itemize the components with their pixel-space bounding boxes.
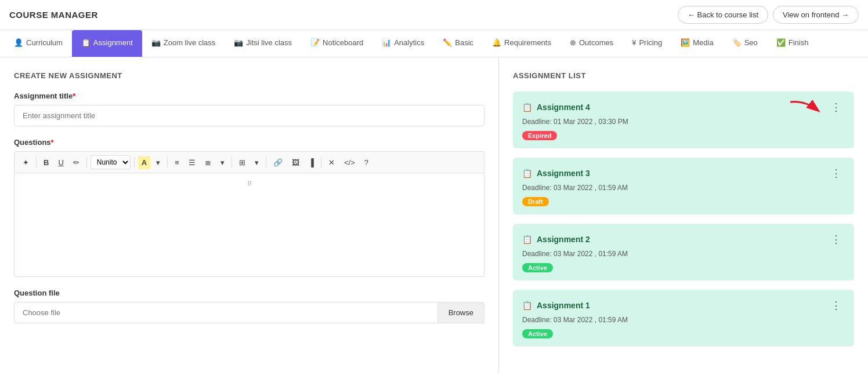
font-select[interactable]: Nunito xyxy=(91,155,131,169)
assignment-1-badge: Active xyxy=(522,329,553,338)
tab-basic[interactable]: ✏️ Basic xyxy=(433,30,483,57)
toolbar-color-btn[interactable]: A xyxy=(138,156,150,169)
tab-finish[interactable]: ✅ Finish xyxy=(767,30,818,57)
tab-jitsi[interactable]: 📷 Jitsi live class xyxy=(225,30,301,57)
toolbar-table-btn[interactable]: ⊞ xyxy=(236,156,249,169)
assignment-4-wrapper: 📋 Assignment 4 ⋮ Deadline: 01 Mar 2022 ,… xyxy=(513,92,854,148)
toolbar-sep-7 xyxy=(321,157,321,167)
toolbar-sep-4 xyxy=(167,157,168,167)
assignment-card-1: 📋 Assignment 1 ⋮ Deadline: 03 Mar 2022 ,… xyxy=(513,290,854,347)
toolbar-pen-btn[interactable]: ✏ xyxy=(70,156,83,169)
assignment-4-icon: 📋 xyxy=(522,103,532,112)
assignment-2-menu-btn[interactable]: ⋮ xyxy=(827,232,845,247)
assignment-4-menu-btn[interactable]: ⋮ xyxy=(827,100,845,115)
tab-assignment[interactable]: 📋 Assignment xyxy=(72,30,142,57)
tab-seo[interactable]: 🏷️ Seo xyxy=(723,30,767,57)
toolbar-sep-6 xyxy=(266,157,266,167)
assignment-1-header: 📋 Assignment 1 ⋮ xyxy=(522,298,845,313)
toolbar-image-btn[interactable]: 🖼 xyxy=(288,156,303,169)
file-input[interactable] xyxy=(14,302,437,323)
toolbar-table-dropdown-btn[interactable]: ▾ xyxy=(251,156,262,169)
tab-zoom[interactable]: 📷 Zoom live class xyxy=(142,30,225,57)
toolbar-color-dropdown-btn[interactable]: ▾ xyxy=(153,156,164,169)
title-input[interactable] xyxy=(14,105,484,126)
assignment-2-title: 📋 Assignment 2 xyxy=(522,235,590,244)
toolbar-ordered-list-btn[interactable]: ☰ xyxy=(185,156,199,169)
assignment-2-header: 📋 Assignment 2 ⋮ xyxy=(522,232,845,247)
toolbar-underline-btn[interactable]: U xyxy=(55,156,67,169)
app-title: COURSE MANAGER xyxy=(9,10,98,20)
main-content: CREATE NEW ASSIGNMENT Assignment title* … xyxy=(0,57,868,373)
assignment-card-4: 📋 Assignment 4 ⋮ Deadline: 01 Mar 2022 ,… xyxy=(513,92,854,148)
assignment-1-deadline: Deadline: 03 Mar 2022 , 01:59 AM xyxy=(522,316,845,324)
tab-requirements[interactable]: 🔔 Requirements xyxy=(483,30,560,57)
assignment-2-badge: Active xyxy=(522,263,553,272)
assignment-3-badge: Draft xyxy=(522,197,549,206)
tab-curriculum[interactable]: 👤 Curriculum xyxy=(5,30,72,57)
nav-tabs: 👤 Curriculum 📋 Assignment 📷 Zoom live cl… xyxy=(0,30,868,57)
jitsi-icon: 📷 xyxy=(234,38,243,47)
assignment-4-deadline: Deadline: 01 Mar 2022 , 03:30 PM xyxy=(522,118,845,126)
tab-pricing[interactable]: ¥ Pricing xyxy=(623,30,671,57)
assignment-list-panel: ASSIGNMENT LIST 📋 Assignment 4 ⋮ xyxy=(499,57,868,373)
analytics-icon: 📊 xyxy=(382,38,391,47)
header-actions: ← Back to course list View on frontend → xyxy=(678,6,859,24)
toolbar-magic-btn[interactable]: ✦ xyxy=(19,156,32,169)
questions-group: Questions* ✦ B U ✏ Nunito A ▾ ≡ ☰ ≣ xyxy=(14,138,484,277)
toolbar-bold-btn[interactable]: B xyxy=(40,156,52,169)
header: COURSE MANAGER ← Back to course list Vie… xyxy=(0,0,868,30)
assignment-card-3: 📋 Assignment 3 ⋮ Deadline: 03 Mar 2022 ,… xyxy=(513,158,854,214)
tab-analytics[interactable]: 📊 Analytics xyxy=(372,30,433,57)
assignment-icon: 📋 xyxy=(81,38,91,47)
basic-icon: ✏️ xyxy=(443,38,452,47)
assignment-2-deadline: Deadline: 03 Mar 2022 , 01:59 AM xyxy=(522,250,845,258)
editor-resize-handle[interactable]: ⠿ xyxy=(19,178,479,190)
media-icon: 🖼️ xyxy=(681,38,690,47)
curriculum-icon: 👤 xyxy=(14,38,23,47)
questions-editor[interactable]: ⠿ xyxy=(14,173,484,277)
toolbar-sep-3 xyxy=(134,157,135,167)
assignment-1-icon: 📋 xyxy=(522,301,532,310)
file-browse-btn[interactable]: Browse xyxy=(437,302,484,323)
question-file-group: Question file Browse xyxy=(14,289,484,323)
toolbar-scissors-btn[interactable]: ✕ xyxy=(325,156,338,169)
toolbar-code-btn[interactable]: </> xyxy=(341,156,359,169)
toolbar-help-btn[interactable]: ? xyxy=(361,156,372,169)
toolbar-media-btn[interactable]: ▐ xyxy=(305,156,317,169)
title-label: Assignment title* xyxy=(14,92,484,100)
assignment-3-menu-btn[interactable]: ⋮ xyxy=(827,166,845,181)
noticeboard-icon: 📝 xyxy=(310,38,320,47)
back-to-course-btn[interactable]: ← Back to course list xyxy=(678,6,768,24)
tab-media[interactable]: 🖼️ Media xyxy=(671,30,722,57)
toolbar-sep-5 xyxy=(232,157,232,167)
assignment-3-deadline: Deadline: 03 Mar 2022 , 01:59 AM xyxy=(522,184,845,192)
assignment-1-menu-btn[interactable]: ⋮ xyxy=(827,298,845,313)
assignment-card-2: 📋 Assignment 2 ⋮ Deadline: 03 Mar 2022 ,… xyxy=(513,224,854,280)
assignment-4-badge: Expired xyxy=(522,131,557,140)
assignment-3-icon: 📋 xyxy=(522,169,532,178)
file-label: Question file xyxy=(14,289,484,297)
assignment-3-header: 📋 Assignment 3 ⋮ xyxy=(522,166,845,181)
questions-label: Questions* xyxy=(14,138,484,147)
seo-icon: 🏷️ xyxy=(732,38,742,47)
assignment-4-title: 📋 Assignment 4 xyxy=(522,103,590,112)
outcomes-icon: ⊕ xyxy=(570,38,576,47)
toolbar-align-btn[interactable]: ≣ xyxy=(201,156,215,169)
view-on-frontend-btn[interactable]: View on frontend → xyxy=(773,6,859,24)
tab-outcomes[interactable]: ⊕ Outcomes xyxy=(560,30,623,57)
finish-icon: ✅ xyxy=(776,38,786,47)
toolbar-link-btn[interactable]: 🔗 xyxy=(270,156,286,169)
create-form-title: CREATE NEW ASSIGNMENT xyxy=(14,71,484,80)
toolbar-align-dropdown-btn[interactable]: ▾ xyxy=(217,156,228,169)
toolbar-list-btn[interactable]: ≡ xyxy=(171,156,183,169)
zoom-icon: 📷 xyxy=(151,38,161,47)
toolbar-sep-2 xyxy=(86,157,87,167)
requirements-icon: 🔔 xyxy=(492,38,501,47)
assignment-2-icon: 📋 xyxy=(522,235,532,244)
assignment-list-title: ASSIGNMENT LIST xyxy=(513,71,854,80)
editor-toolbar: ✦ B U ✏ Nunito A ▾ ≡ ☰ ≣ ▾ ⊞ ▾ xyxy=(14,151,484,173)
assignment-3-title: 📋 Assignment 3 xyxy=(522,169,590,178)
tab-noticeboard[interactable]: 📝 Noticeboard xyxy=(301,30,372,57)
assignment-1-title: 📋 Assignment 1 xyxy=(522,301,590,310)
file-input-row: Browse xyxy=(14,302,484,323)
